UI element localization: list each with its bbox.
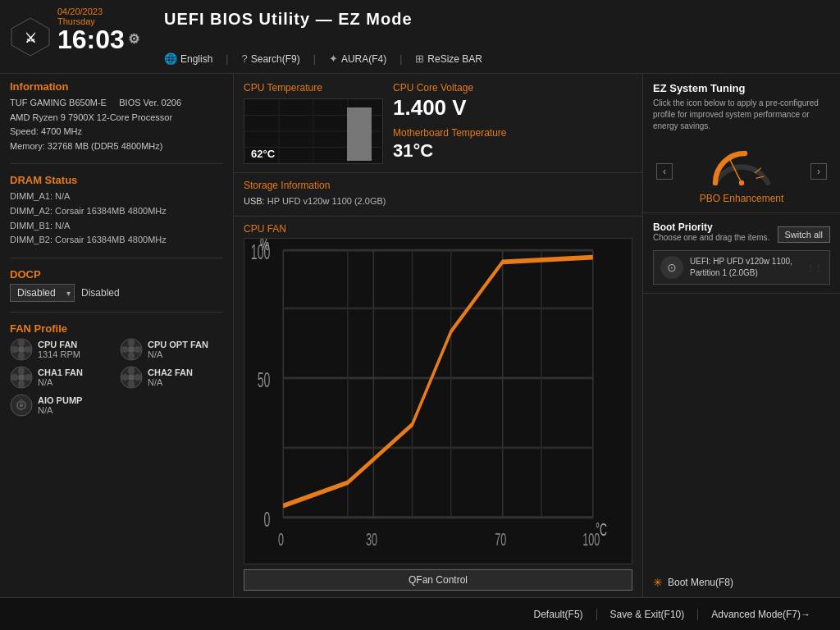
usb-value: HP UFD v120w 1100 (2.0GB): [267, 196, 386, 206]
fan-grid: CPU FAN 1314 RPM CPU OPT FAN: [10, 338, 223, 417]
docp-label: Disabled: [81, 287, 120, 299]
cpu-opt-fan-value: N/A: [148, 349, 208, 359]
svg-text:0: 0: [278, 527, 284, 549]
cpu-temp-block: CPU Temperature 62°C: [244, 82, 383, 164]
advanced-mode-button[interactable]: Advanced Mode(F7)→: [698, 609, 824, 620]
mid-panel: CPU Temperature 62°C: [234, 74, 643, 597]
resize-nav-item[interactable]: ⊞ ReSize BAR: [415, 52, 482, 65]
docp-select-wrap[interactable]: Disabled: [10, 284, 75, 302]
cha1-fan-info: CHA1 FAN N/A: [38, 368, 83, 387]
boot-priority-title: Boot Priority Choose one and drag the it…: [653, 221, 769, 247]
time-text: 16:03: [57, 26, 125, 52]
boot-menu-button[interactable]: ✳ Boot Menu(F8): [653, 576, 830, 589]
fan-chart-svg: 100 50 0 0 30 70 100 % °C: [244, 239, 632, 564]
cha2-fan-info: CHA2 FAN N/A: [148, 368, 193, 387]
main-content: Information TUF GAMING B650M-E BIOS Ver.…: [0, 74, 840, 597]
aura-label: AURA(F4): [341, 53, 386, 65]
cpu-voltage-block: CPU Core Voltage 1.400 V Motherboard Tem…: [393, 82, 632, 164]
cpu-opt-fan-name: CPU OPT FAN: [148, 340, 208, 349]
search-label: Search(F9): [251, 53, 300, 65]
svg-point-10: [128, 339, 135, 347]
settings-icon[interactable]: ⚙: [128, 33, 139, 46]
boot-item[interactable]: ⊙ UEFI: HP UFD v120w 1100, Partition 1 (…: [653, 250, 830, 285]
default-button[interactable]: Default(F5): [521, 609, 597, 620]
boot-title-text: Boot Priority: [653, 221, 769, 233]
language-selector[interactable]: 🌐 English: [164, 52, 212, 65]
nav-divider-1: |: [226, 53, 228, 65]
aura-icon: ✦: [329, 52, 338, 65]
motherboard-row: TUF GAMING B650M-E BIOS Ver. 0206: [10, 96, 223, 111]
gauge-svg[interactable]: [709, 139, 774, 188]
svg-point-18: [18, 380, 25, 388]
svg-point-19: [11, 374, 19, 381]
question-icon: ?: [241, 52, 247, 65]
fan-chart-section: CPU FAN: [234, 217, 642, 597]
cpu-temp-graph: 62°C: [244, 98, 383, 164]
globe-icon: 🌐: [164, 52, 177, 65]
svg-text:%: %: [260, 239, 269, 254]
left-panel: Information TUF GAMING B650M-E BIOS Ver.…: [0, 74, 234, 597]
cpu-opt-fan-info: CPU OPT FAN N/A: [148, 340, 208, 359]
ez-gauge-area: ‹ PB: [653, 139, 830, 204]
svg-point-22: [128, 367, 135, 375]
speed-value: Speed: 4700 MHz: [10, 126, 82, 136]
svg-text:°C: °C: [596, 518, 607, 540]
aio-pump-icon: [10, 394, 33, 417]
aura-nav-item[interactable]: ✦ AURA(F4): [329, 52, 386, 65]
fan-profile-section: FAN Profile CPU FAN 1314 RPM: [10, 322, 223, 417]
qfan-button[interactable]: QFan Control: [244, 569, 632, 591]
svg-point-25: [121, 374, 129, 381]
dimm-a2-row: DIMM_A2: Corsair 16384MB 4800MHz: [10, 204, 223, 219]
cha2-fan-icon: [120, 366, 143, 389]
svg-point-4: [18, 339, 25, 347]
svg-text:0: 0: [264, 507, 271, 530]
aio-pump-value: N/A: [38, 405, 82, 415]
cpu-opt-fan-icon: [120, 338, 143, 361]
cha1-fan-item: CHA1 FAN N/A: [10, 366, 113, 389]
date-text: 04/20/2023: [57, 7, 103, 16]
ez-tuning-section: EZ System Tuning Click the icon below to…: [643, 74, 840, 213]
right-panel: EZ System Tuning Click the icon below to…: [643, 74, 840, 597]
svg-text:30: 30: [366, 527, 377, 549]
cpu-fan-info: CPU FAN 1314 RPM: [38, 340, 80, 359]
drag-handle-icon: ⋮⋮: [806, 263, 823, 272]
ez-next-button[interactable]: ›: [810, 163, 827, 180]
language-label: English: [180, 53, 212, 65]
svg-text:⚔: ⚔: [25, 31, 36, 45]
aio-pump-item: AIO PUMP N/A: [10, 394, 113, 417]
cpu-opt-fan-item: CPU OPT FAN N/A: [120, 338, 223, 361]
cha1-fan-name: CHA1 FAN: [38, 368, 83, 377]
aio-pump-name: AIO PUMP: [38, 395, 82, 405]
speed-row: Speed: 4700 MHz: [10, 125, 223, 139]
dimm-b1-row: DIMM_B1: N/A: [10, 219, 223, 234]
switch-all-button[interactable]: Switch all: [778, 226, 830, 243]
svg-rect-35: [347, 107, 372, 161]
cpu-name: AMD Ryzen 9 7900X 12-Core Processor: [10, 112, 172, 122]
svg-point-12: [128, 352, 135, 360]
svg-point-17: [24, 374, 32, 381]
svg-text:50: 50: [258, 368, 271, 390]
cha1-fan-icon: [10, 366, 33, 389]
save-exit-button[interactable]: Save & Exit(F10): [597, 609, 699, 620]
mobo-temp-title: Motherboard Temperature: [393, 127, 632, 139]
svg-point-9: [128, 346, 135, 353]
svg-point-59: [739, 180, 744, 185]
motherboard-name: TUF GAMING B650M-E: [10, 98, 107, 107]
bios-version: BIOS Ver. 0206: [119, 98, 181, 107]
memory-row: Memory: 32768 MB (DDR5 4800MHz): [10, 139, 223, 154]
separator-3: [10, 312, 223, 313]
cpu-fan-item: CPU FAN 1314 RPM: [10, 338, 113, 361]
fan-profile-title: FAN Profile: [10, 322, 223, 335]
dram-section: DRAM Status DIMM_A1: N/A DIMM_A2: Corsai…: [10, 174, 223, 247]
boot-menu-section: ✳ Boot Menu(F8): [643, 294, 840, 597]
search-nav-item[interactable]: ? Search(F9): [241, 52, 299, 65]
nav-bar: 🌐 English | ? Search(F9) | ✦ AURA(F4) | …: [164, 52, 482, 65]
docp-select[interactable]: Disabled: [10, 284, 75, 302]
boot-priority-section: Boot Priority Choose one and drag the it…: [643, 213, 840, 294]
dram-title: DRAM Status: [10, 174, 223, 186]
svg-point-23: [134, 374, 142, 381]
resize-label: ReSize BAR: [427, 53, 482, 65]
svg-point-6: [18, 352, 25, 360]
ez-prev-button[interactable]: ‹: [656, 163, 673, 180]
svg-point-15: [18, 374, 25, 381]
